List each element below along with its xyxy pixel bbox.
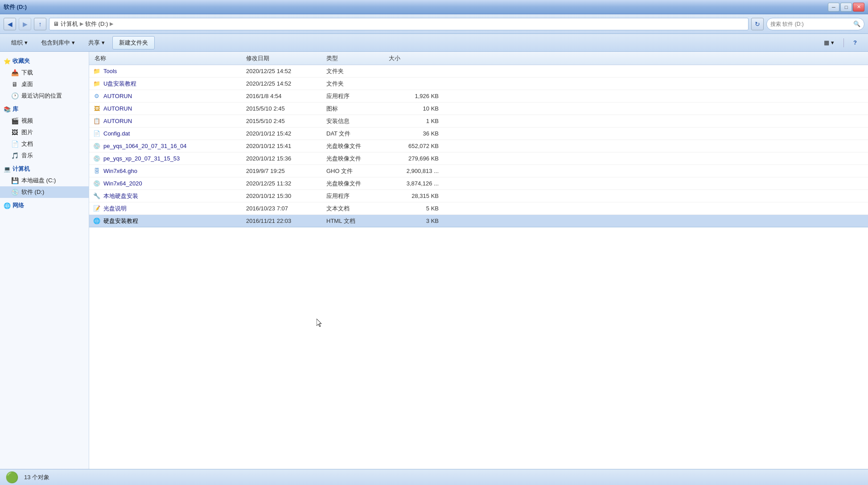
view-button[interactable]: ▦ ▾ (818, 36, 840, 49)
organize-label: 组织 (11, 39, 23, 47)
sidebar-music-label: 音乐 (21, 152, 33, 160)
sidebar-computer-header[interactable]: 💻 计算机 (0, 163, 89, 175)
file-date: 2019/9/7 19:25 (244, 168, 325, 174)
col-header-type[interactable]: 类型 (325, 54, 387, 62)
file-name: pe_yqs_xp_20_07_31_15_53 (103, 155, 180, 162)
new-folder-button[interactable]: 新建文件夹 (112, 36, 155, 49)
sidebar-section-favorites: ⭐ 收藏夹 📥 下载 🖥 桌面 🕐 最近访问的位置 (0, 55, 89, 102)
file-row[interactable]: 🖼 AUTORUN 2015/5/10 2:45 图标 10 KB (89, 103, 868, 115)
file-name-cell: 🗄 Win7x64.gho (93, 167, 244, 175)
file-type-icon: 📁 (93, 80, 101, 88)
sidebar-item-d-drive[interactable]: 💿 软件 (D:) (0, 186, 89, 198)
col-header-date[interactable]: 修改日期 (244, 54, 325, 62)
star-icon: ⭐ (4, 58, 11, 65)
sidebar-item-videos[interactable]: 🎬 视频 (0, 115, 89, 127)
sidebar-item-c-drive[interactable]: 💾 本地磁盘 (C:) (0, 175, 89, 186)
include-in-library-button[interactable]: 包含到库中 ▾ (35, 36, 81, 49)
organize-dropdown-icon: ▾ (25, 39, 28, 46)
sidebar-item-music[interactable]: 🎵 音乐 (0, 150, 89, 161)
file-row[interactable]: 💿 pe_yqs_xp_20_07_31_15_53 2020/10/12 15… (89, 152, 868, 165)
file-date: 2015/5/10 2:45 (244, 105, 325, 112)
file-type: 文件夹 (325, 80, 387, 88)
file-list-header: 名称 修改日期 类型 大小 (89, 52, 868, 65)
file-type: 应用程序 (325, 92, 387, 100)
sidebar-network-header[interactable]: 🌐 网络 (0, 200, 89, 211)
organize-button[interactable]: 组织 ▾ (5, 36, 33, 49)
file-type: 图标 (325, 105, 387, 113)
search-input[interactable] (770, 21, 852, 27)
file-type-icon: 🔧 (93, 192, 101, 200)
file-name: U盘安装教程 (103, 80, 136, 88)
network-label: 网络 (12, 201, 24, 210)
file-row[interactable]: 🗄 Win7x64.gho 2019/9/7 19:25 GHO 文件 2,90… (89, 165, 868, 177)
file-date: 2020/10/12 15:36 (244, 155, 325, 162)
file-size: 1,926 KB (387, 93, 440, 99)
maximize-button[interactable]: □ (840, 3, 852, 12)
refresh-button[interactable]: ↻ (751, 18, 764, 30)
file-date: 2020/12/25 14:52 (244, 80, 325, 87)
sidebar-item-desktop[interactable]: 🖥 桌面 (0, 78, 89, 90)
breadcrumb-icon: 🖥 (53, 21, 59, 27)
breadcrumb-sep1: ▶ (80, 21, 83, 27)
search-icon[interactable]: 🔍 (853, 21, 860, 27)
file-row[interactable]: 📝 光盘说明 2016/10/23 7:07 文本文档 5 KB (89, 202, 868, 215)
sidebar-item-recent[interactable]: 🕐 最近访问的位置 (0, 90, 89, 102)
col-header-size[interactable]: 大小 (387, 54, 440, 62)
file-size: 3,874,126 ... (387, 180, 440, 187)
file-type: 文本文档 (325, 205, 387, 213)
file-row[interactable]: 💿 Win7x64_2020 2020/12/25 11:32 光盘映像文件 3… (89, 177, 868, 190)
sidebar-item-pictures[interactable]: 🖼 图片 (0, 127, 89, 138)
sidebar-favorites-header[interactable]: ⭐ 收藏夹 (0, 55, 89, 67)
file-row[interactable]: 💿 pe_yqs_1064_20_07_31_16_04 2020/10/12 … (89, 140, 868, 152)
toolbar-right: ▦ ▾ ? (818, 36, 863, 49)
title-bar-controls: ─ □ ✕ (828, 3, 864, 12)
file-size: 279,696 KB (387, 155, 440, 162)
sidebar-pictures-label: 图片 (21, 128, 33, 136)
file-row[interactable]: 📋 AUTORUN 2015/5/10 2:45 安装信息 1 KB (89, 115, 868, 127)
close-button[interactable]: ✕ (853, 3, 864, 12)
back-button[interactable]: ◀ (4, 18, 16, 30)
file-name-cell: 💿 Win7x64_2020 (93, 180, 244, 188)
file-type-icon: 🗄 (93, 167, 101, 175)
address-breadcrumb[interactable]: 🖥 计算机 ▶ 软件 (D:) ▶ (49, 18, 749, 30)
breadcrumb-computer[interactable]: 计算机 (61, 20, 78, 28)
sidebar-library-header[interactable]: 📚 库 (0, 103, 89, 115)
file-type-icon: 📁 (93, 67, 101, 75)
file-row[interactable]: ⚙ AUTORUN 2016/1/8 4:54 应用程序 1,926 KB (89, 90, 868, 103)
file-size: 28,315 KB (387, 193, 440, 199)
file-name: Win7x64.gho (103, 168, 137, 174)
file-date: 2020/12/25 11:32 (244, 180, 325, 187)
file-date: 2015/5/10 2:45 (244, 118, 325, 124)
minimize-button[interactable]: ─ (828, 3, 839, 12)
file-row[interactable]: 📄 Config.dat 2020/10/12 15:42 DAT 文件 36 … (89, 127, 868, 140)
forward-button[interactable]: ▶ (19, 18, 31, 30)
address-bar: ◀ ▶ ↑ 🖥 计算机 ▶ 软件 (D:) ▶ ↻ 🔍 (0, 14, 868, 34)
sidebar-item-downloads[interactable]: 📥 下载 (0, 67, 89, 78)
file-size: 652,072 KB (387, 143, 440, 149)
sidebar-recent-label: 最近访问的位置 (21, 92, 62, 100)
share-label: 共享 (88, 39, 100, 47)
sidebar-documents-label: 文档 (21, 140, 33, 148)
video-icon: 🎬 (11, 117, 19, 125)
file-name: AUTORUN (103, 105, 132, 112)
file-name: Win7x64_2020 (103, 180, 142, 187)
sidebar-item-documents[interactable]: 📄 文档 (0, 138, 89, 150)
search-bar[interactable]: 🔍 (766, 18, 864, 30)
file-name: 本地硬盘安装 (103, 192, 138, 200)
sidebar-downloads-label: 下载 (21, 69, 33, 77)
file-rows-container: 📁 Tools 2020/12/25 14:52 文件夹 📁 U盘安装教程 20… (89, 65, 868, 227)
sidebar-desktop-label: 桌面 (21, 80, 33, 88)
recent-icon: 🕐 (11, 92, 19, 100)
file-type: DAT 文件 (325, 130, 387, 138)
file-row[interactable]: 📁 U盘安装教程 2020/12/25 14:52 文件夹 (89, 78, 868, 90)
file-size: 36 KB (387, 130, 440, 137)
up-button[interactable]: ↑ (34, 18, 46, 30)
help-button[interactable]: ? (847, 36, 863, 49)
breadcrumb-drive[interactable]: 软件 (D:) (85, 20, 108, 28)
file-date: 2016/10/23 7:07 (244, 205, 325, 212)
col-header-name[interactable]: 名称 (93, 54, 244, 62)
file-row[interactable]: 🌐 硬盘安装教程 2016/11/21 22:03 HTML 文档 3 KB (89, 215, 868, 227)
file-row[interactable]: 📁 Tools 2020/12/25 14:52 文件夹 (89, 65, 868, 78)
file-row[interactable]: 🔧 本地硬盘安装 2020/10/12 15:30 应用程序 28,315 KB (89, 190, 868, 202)
share-button[interactable]: 共享 ▾ (82, 36, 111, 49)
